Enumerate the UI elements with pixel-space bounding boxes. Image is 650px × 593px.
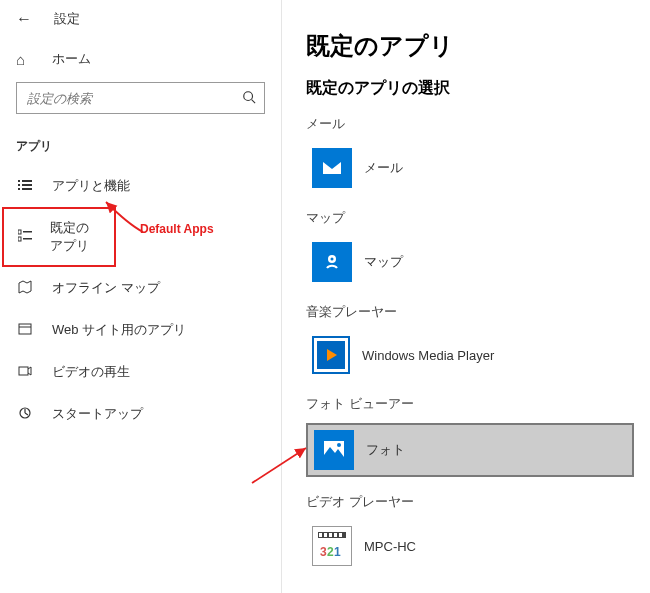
svg-rect-12	[19, 324, 31, 334]
category-label-photo: フォト ビューアー	[306, 395, 642, 413]
sidebar-header: ← 設定	[0, 10, 281, 40]
default-app-maps[interactable]: マップ	[306, 237, 642, 287]
svg-text:2: 2	[327, 545, 334, 559]
defaults-icon	[18, 229, 32, 246]
sidebar-item-default-apps[interactable]: 既定のアプリ	[2, 207, 116, 267]
page-title: 既定のアプリ	[306, 30, 642, 62]
svg-rect-24	[329, 533, 332, 537]
category-label-music: 音楽プレーヤー	[306, 303, 642, 321]
default-app-photo[interactable]: フォト	[306, 423, 634, 477]
svg-rect-8	[18, 230, 21, 234]
svg-rect-11	[23, 238, 32, 240]
main-content: 既定のアプリ 既定のアプリの選択 メール メール マップ マップ 音楽プレーヤー…	[282, 0, 650, 593]
svg-text:3: 3	[320, 545, 327, 559]
svg-rect-4	[18, 184, 20, 186]
svg-rect-5	[22, 184, 32, 186]
default-app-mail[interactable]: メール	[306, 143, 642, 193]
search-box[interactable]	[16, 82, 265, 114]
window-title: 設定	[54, 10, 80, 28]
back-button[interactable]: ←	[16, 10, 36, 28]
svg-point-20	[337, 443, 341, 447]
sidebar-item-apps-features[interactable]: アプリと機能	[0, 165, 281, 207]
startup-icon	[16, 406, 34, 423]
svg-rect-3	[22, 180, 32, 182]
video-icon	[16, 364, 34, 381]
svg-rect-22	[319, 533, 322, 537]
svg-rect-2	[18, 180, 20, 182]
page-subtitle: 既定のアプリの選択	[306, 78, 642, 99]
svg-rect-7	[22, 188, 32, 190]
wmp-icon	[314, 338, 348, 372]
svg-rect-10	[18, 237, 21, 241]
sidebar-item-startup[interactable]: スタートアップ	[0, 393, 281, 435]
home-button[interactable]: ⌂ ホーム	[0, 40, 281, 78]
sidebar-item-label: スタートアップ	[52, 405, 143, 423]
app-name: Windows Media Player	[362, 348, 494, 363]
svg-rect-25	[334, 533, 337, 537]
sidebar-item-label: オフライン マップ	[52, 279, 160, 297]
photos-icon	[314, 430, 354, 470]
svg-rect-23	[324, 533, 327, 537]
svg-point-0	[244, 91, 253, 100]
svg-point-18	[331, 258, 334, 261]
home-icon: ⌂	[16, 51, 34, 68]
svg-rect-6	[18, 188, 20, 190]
svg-rect-9	[23, 231, 32, 233]
svg-line-1	[252, 99, 256, 103]
category-label-maps: マップ	[306, 209, 642, 227]
list-icon	[16, 178, 34, 195]
search-icon[interactable]	[234, 90, 264, 107]
map-icon	[16, 280, 34, 297]
app-name: MPC-HC	[364, 539, 416, 554]
maps-icon	[312, 242, 352, 282]
sidebar-item-label: Web サイト用のアプリ	[52, 321, 186, 339]
home-label: ホーム	[52, 50, 91, 68]
sidebar-item-label: ビデオの再生	[52, 363, 130, 381]
svg-rect-26	[339, 533, 342, 537]
sidebar-item-video-playback[interactable]: ビデオの再生	[0, 351, 281, 393]
category-label-mail: メール	[306, 115, 642, 133]
search-input[interactable]	[17, 91, 234, 106]
app-name: メール	[364, 159, 403, 177]
default-app-video[interactable]: 321 MPC-HC	[306, 521, 642, 571]
default-app-music[interactable]: Windows Media Player	[306, 331, 642, 379]
sidebar-item-label: 既定のアプリ	[50, 219, 100, 255]
sidebar-item-label: アプリと機能	[52, 177, 130, 195]
annotation-default-apps: Default Apps	[140, 222, 214, 236]
website-icon	[16, 322, 34, 339]
svg-rect-14	[19, 367, 28, 375]
app-name: フォト	[366, 441, 405, 459]
svg-text:1: 1	[334, 545, 341, 559]
mpc-icon: 321	[312, 526, 352, 566]
mail-icon	[312, 148, 352, 188]
sidebar-item-apps-for-websites[interactable]: Web サイト用のアプリ	[0, 309, 281, 351]
section-label: アプリ	[0, 126, 281, 165]
app-name: マップ	[364, 253, 403, 271]
sidebar-item-offline-maps[interactable]: オフライン マップ	[0, 267, 281, 309]
category-label-video: ビデオ プレーヤー	[306, 493, 642, 511]
sidebar: ← 設定 ⌂ ホーム アプリ アプリと機能 既定のアプリ オフライン マップ	[0, 0, 282, 593]
